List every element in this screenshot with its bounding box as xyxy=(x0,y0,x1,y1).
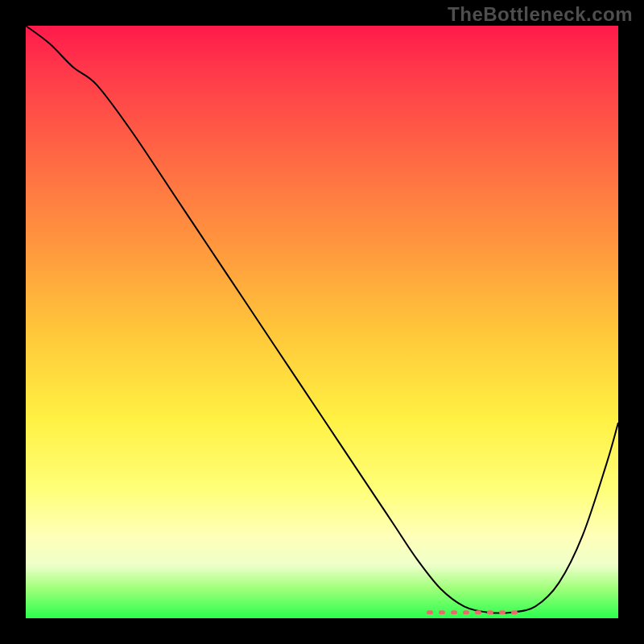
plot-area xyxy=(26,26,618,618)
chart-frame: TheBottleneck.com xyxy=(0,0,644,644)
watermark-text: TheBottleneck.com xyxy=(448,3,633,26)
curve-svg xyxy=(26,26,618,618)
bottleneck-curve xyxy=(26,26,618,613)
